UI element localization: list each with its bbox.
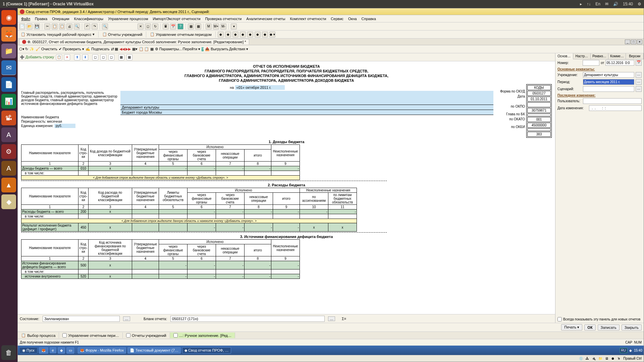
add-row-hint[interactable]: < Для добавления строк выделите данную о… xyxy=(21,176,300,180)
copy-row-icon[interactable]: 📋 xyxy=(56,54,62,60)
tab-main[interactable]: Основ… xyxy=(555,53,573,59)
ft-i6[interactable]: 📋 xyxy=(144,47,149,51)
save-icon[interactable]: 💾 xyxy=(34,23,40,29)
upload-button[interactable]: 📤 Выгрузить xyxy=(205,47,228,51)
report-body[interactable]: ОТЧЕТ ОБ ИСПОЛНЕНИИ БЮДЖЕТА ГЛАВНОГО РАС… xyxy=(18,61,555,314)
task-document[interactable]: 📄 Текстовый документ (7… xyxy=(127,347,181,354)
table-row[interactable]: Доходы бюджета — всего010x----- xyxy=(21,166,300,171)
print-button[interactable]: Печать ▾ xyxy=(561,324,582,330)
impress-icon[interactable]: 📽 xyxy=(1,111,16,125)
menu-class[interactable]: Классификаторы xyxy=(72,16,105,21)
period-picker[interactable]: … xyxy=(636,79,642,85)
tray-lang[interactable]: RU xyxy=(620,348,627,353)
add-row-hint[interactable]: < Для добавления строк выделите данную о… xyxy=(21,219,357,223)
menu-ops[interactable]: Операции xyxy=(50,16,71,21)
start-button[interactable]: ◉ Пуск xyxy=(19,347,38,354)
ft-i1[interactable]: ⬡▾ xyxy=(19,47,24,51)
tb-cal-icon[interactable]: 📅 xyxy=(170,23,176,29)
recipient[interactable]: Депарамент культуры xyxy=(120,105,493,110)
task-firefox[interactable]: 🦊 Форум - Mozilla Firefox xyxy=(77,347,126,354)
table-row[interactable]: Источники финансирования дефицита бюджет… xyxy=(21,261,300,269)
keyboard-lang[interactable]: En xyxy=(595,2,600,6)
period-input[interactable] xyxy=(583,79,634,85)
save-button[interactable]: Записать xyxy=(598,324,620,330)
table-row[interactable]: Расходы бюджета — всего200x------ xyxy=(21,209,357,214)
redo-icon[interactable]: ↷ xyxy=(92,23,98,29)
scenario-picker[interactable]: … xyxy=(636,86,642,92)
unit-value[interactable]: руб. xyxy=(54,124,75,128)
report-date[interactable]: «01» октября 2011 г. xyxy=(235,85,285,90)
pt-i2[interactable]: ◆ xyxy=(225,32,231,38)
menu-file[interactable]: Файл xyxy=(19,16,32,21)
goto-button[interactable]: Перейти ▾ xyxy=(182,47,200,51)
blank-picker[interactable]: … xyxy=(328,316,335,321)
pt-i3[interactable]: ◆ xyxy=(232,32,238,38)
menu-set[interactable]: Комплект отчетности xyxy=(288,16,328,21)
gear-icon[interactable]: ⚙ xyxy=(638,2,641,6)
ql-desktop-icon[interactable]: ▭ xyxy=(66,347,74,354)
menu-service[interactable]: Сервис xyxy=(329,16,345,21)
tb-help-icon[interactable]: ? xyxy=(177,23,183,29)
period-mgmt-button[interactable]: 📋 Управление отчетным периодом xyxy=(148,32,213,37)
wt-period[interactable]: Управление отчетным пери… xyxy=(59,333,123,338)
new-icon[interactable]: 📄 xyxy=(19,23,25,29)
wt-reports[interactable]: Отчеты учреждений xyxy=(123,333,170,338)
print-icon[interactable]: 🖨 xyxy=(66,23,72,29)
active-tab[interactable]: Ф. 0503127, Отчет об исполнении бюджета,… xyxy=(19,39,249,45)
trash-icon[interactable]: 🗑 xyxy=(1,345,16,360)
tb-grid-icon[interactable]: ▦ xyxy=(188,23,194,29)
table-row[interactable]: в том числе: xyxy=(21,269,300,274)
date-input[interactable] xyxy=(605,60,634,66)
vlc-icon[interactable]: ▲ xyxy=(1,178,16,192)
ft-refresh-icon[interactable]: ↻ xyxy=(25,47,28,51)
undo-icon[interactable]: ↶ xyxy=(84,23,90,29)
table-row[interactable]: источники внутреннего520x----- xyxy=(21,274,300,279)
table-row[interactable]: в том числе: xyxy=(21,171,300,176)
mdi-max-icon[interactable]: □ xyxy=(631,40,636,44)
tb-m-icon[interactable]: M xyxy=(206,23,212,29)
rt-i2[interactable]: ◻ xyxy=(100,54,106,60)
ql-ie-icon[interactable]: e xyxy=(50,347,56,353)
clear-button[interactable]: 🧹 Очистить xyxy=(36,47,57,51)
check-button[interactable]: ✔ Проверить ▾ xyxy=(59,47,84,51)
app-icon[interactable]: ◆ xyxy=(1,194,16,209)
wt-process[interactable]: 📋 Выбор процесса xyxy=(18,333,59,338)
table-row[interactable]: в том числе: xyxy=(21,214,357,219)
pt-i7[interactable]: ◆ xyxy=(262,32,268,38)
ft-left-icon[interactable]: ◀◀ xyxy=(119,47,125,51)
menu-analytics[interactable]: Аналитические отчеты xyxy=(244,16,287,21)
pt-i4[interactable]: ◆ xyxy=(240,32,246,38)
firefox-icon[interactable]: 🦊 xyxy=(1,27,16,42)
state-input[interactable] xyxy=(43,316,120,322)
copy-icon[interactable]: 📋 xyxy=(52,23,58,29)
number-input[interactable] xyxy=(583,60,599,66)
ft-right-icon[interactable]: ▶▶ xyxy=(125,47,131,51)
delete-row-icon[interactable]: ✕ xyxy=(64,54,70,60)
search-icon[interactable]: 🔍 xyxy=(102,23,108,29)
files-icon[interactable]: 📁 xyxy=(1,44,16,58)
writer-icon[interactable]: 📄 xyxy=(1,77,16,92)
add-row-button[interactable]: ➕ Добавить строку xyxy=(20,55,54,59)
network-icon[interactable]: ↑↓ xyxy=(587,2,591,6)
always-show-checkbox[interactable]: Всегда показывать эту панель для новых о… xyxy=(555,316,644,323)
pt-i6[interactable]: ◆ xyxy=(255,32,261,38)
institution-picker[interactable]: … xyxy=(636,72,642,78)
updates-icon[interactable]: A xyxy=(1,161,16,176)
menu-process[interactable]: Управление процессом xyxy=(106,16,150,21)
ft-i4[interactable]: ▦▾ xyxy=(132,47,138,51)
budget[interactable]: Бюджет города Москвы xyxy=(120,110,493,115)
tb-dd-icon[interactable]: ▾ xyxy=(231,23,237,29)
ft-i5[interactable]: 📋 xyxy=(139,47,144,51)
tb-refresh-icon[interactable]: ↻ xyxy=(152,23,158,29)
paste-icon[interactable]: 📋 xyxy=(59,23,65,29)
tab-comments[interactable]: Комме… xyxy=(608,53,626,59)
date-picker-icon[interactable]: 📅 xyxy=(636,60,642,66)
ql-1c-icon[interactable]: ◆ xyxy=(58,347,65,354)
rt-i1[interactable]: ◻ xyxy=(92,54,98,60)
institution-input[interactable] xyxy=(583,72,634,78)
down-icon[interactable]: ⬇ xyxy=(82,54,88,60)
close-button[interactable]: Закрыть xyxy=(622,324,642,330)
tab-requisites[interactable]: Реквиз… xyxy=(591,53,608,59)
menu-import[interactable]: Импорт/Экспорт отчетности xyxy=(151,16,202,21)
thunderbird-icon[interactable]: ✉ xyxy=(1,60,16,75)
